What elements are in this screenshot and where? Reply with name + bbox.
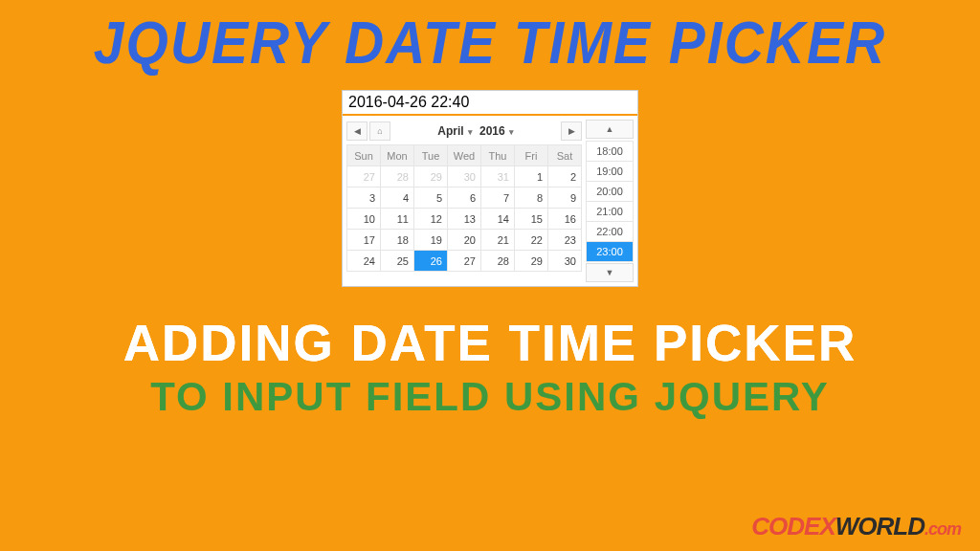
subheading-2: to Input Field using jQuery — [0, 374, 980, 420]
dow-header: Thu — [481, 145, 515, 166]
calendar-day[interactable]: 28 — [381, 166, 414, 187]
time-scroll-down-button[interactable]: ▼ — [586, 263, 634, 282]
brand-part-3: .com — [924, 519, 961, 539]
calendar-day[interactable]: 31 — [481, 166, 515, 187]
calendar-grid: SunMonTueWedThuFriSat 272829303112345678… — [346, 144, 582, 272]
calendar-day[interactable]: 29 — [414, 166, 448, 187]
calendar-day[interactable]: 1 — [515, 166, 548, 187]
calendar-day[interactable]: 6 — [448, 187, 481, 209]
time-option[interactable]: 21:00 — [586, 201, 634, 222]
dow-header: Mon — [381, 145, 414, 166]
month-label: April — [437, 124, 463, 138]
dow-header: Sat — [548, 145, 582, 166]
time-panel: ▲ 18:0019:0020:0021:0022:0023:00 ▼ — [586, 120, 634, 282]
time-option[interactable]: 18:00 — [586, 141, 634, 162]
calendar-day[interactable]: 20 — [448, 230, 481, 251]
datetime-input[interactable] — [343, 91, 637, 116]
chevron-down-icon: ▾ — [468, 127, 473, 137]
chevron-down-icon: ▾ — [509, 127, 514, 137]
calendar-day[interactable]: 16 — [548, 209, 582, 230]
datetimepicker: ◀ ⌂ April▾ 2016▾ ▶ SunMonTueWedThuFriSat… — [342, 90, 638, 287]
time-option[interactable]: 22:00 — [586, 221, 634, 242]
calendar-day[interactable]: 19 — [414, 230, 448, 251]
calendar-day[interactable]: 4 — [381, 187, 414, 209]
calendar-day[interactable]: 30 — [448, 166, 481, 187]
time-option[interactable]: 19:00 — [586, 161, 634, 182]
next-month-button[interactable]: ▶ — [561, 121, 582, 141]
calendar-day[interactable]: 18 — [381, 230, 414, 251]
calendar-day[interactable]: 14 — [481, 209, 515, 230]
today-button[interactable]: ⌂ — [369, 121, 390, 141]
time-option[interactable]: 20:00 — [586, 181, 634, 202]
calendar-day[interactable]: 9 — [548, 187, 582, 209]
calendar-day[interactable]: 13 — [448, 209, 481, 230]
footer-brand: CODEXWORLD.com — [751, 512, 961, 541]
calendar-day[interactable]: 30 — [548, 251, 582, 272]
calendar-day[interactable]: 11 — [381, 209, 414, 230]
calendar-day[interactable]: 21 — [481, 230, 515, 251]
calendar-day[interactable]: 24 — [347, 251, 381, 272]
dow-header: Tue — [414, 145, 448, 166]
calendar-day[interactable]: 8 — [515, 187, 548, 209]
calendar-day[interactable]: 3 — [347, 187, 381, 209]
calendar-day[interactable]: 28 — [481, 251, 515, 272]
calendar-day[interactable]: 17 — [347, 230, 381, 251]
calendar-day[interactable]: 29 — [515, 251, 548, 272]
dow-header: Fri — [515, 145, 548, 166]
subheading-1: Adding Date Time Picker — [0, 314, 980, 372]
time-scroll-up-button[interactable]: ▲ — [586, 120, 634, 139]
calendar-day[interactable]: 5 — [414, 187, 448, 209]
dow-header: Sun — [347, 145, 381, 166]
month-year-label[interactable]: April▾ 2016▾ — [392, 124, 559, 138]
calendar-day[interactable]: 22 — [515, 230, 548, 251]
calendar-day[interactable]: 27 — [347, 166, 381, 187]
calendar-day[interactable]: 7 — [481, 187, 515, 209]
calendar-day[interactable]: 2 — [548, 166, 582, 187]
calendar-day[interactable]: 15 — [515, 209, 548, 230]
year-label: 2016 — [479, 124, 505, 138]
brand-part-2: WORLD — [835, 512, 924, 540]
headline-top: JQuery Date Time Picker — [0, 0, 980, 77]
dow-header: Wed — [448, 145, 481, 166]
calendar-day[interactable]: 25 — [381, 251, 414, 272]
time-option[interactable]: 23:00 — [586, 241, 634, 262]
calendar-day[interactable]: 23 — [548, 230, 582, 251]
prev-month-button[interactable]: ◀ — [346, 121, 368, 141]
brand-part-1: CODEX — [751, 512, 835, 540]
calendar-day[interactable]: 27 — [448, 251, 481, 272]
calendar-day[interactable]: 12 — [414, 209, 448, 230]
calendar-day[interactable]: 10 — [347, 209, 381, 230]
calendar-day[interactable]: 26 — [414, 251, 448, 272]
calendar-panel: ◀ ⌂ April▾ 2016▾ ▶ SunMonTueWedThuFriSat… — [346, 120, 582, 282]
